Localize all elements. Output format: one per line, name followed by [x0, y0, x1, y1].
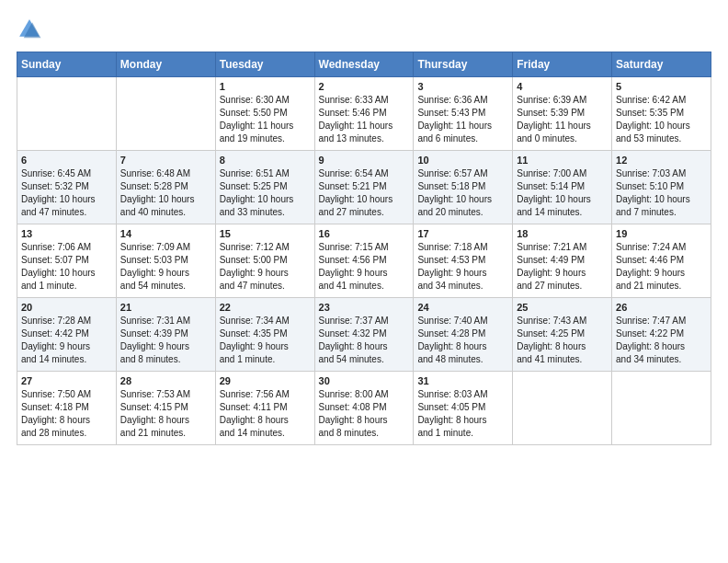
day-cell: 28Sunrise: 7:53 AMSunset: 4:15 PMDayligh… [116, 372, 215, 445]
day-info: Sunrise: 6:33 AMSunset: 5:46 PMDaylight:… [319, 94, 410, 145]
day-number: 13 [21, 228, 112, 239]
week-row-4: 20Sunrise: 7:28 AMSunset: 4:42 PMDayligh… [17, 298, 711, 372]
day-cell: 7Sunrise: 6:48 AMSunset: 5:28 PMDaylight… [116, 151, 215, 224]
day-cell: 26Sunrise: 7:47 AMSunset: 4:22 PMDayligh… [612, 298, 711, 372]
day-number: 27 [21, 375, 112, 386]
day-info: Sunrise: 7:50 AMSunset: 4:18 PMDaylight:… [21, 388, 112, 440]
day-cell: 4Sunrise: 6:39 AMSunset: 5:39 PMDaylight… [513, 77, 612, 151]
day-cell: 30Sunrise: 8:00 AMSunset: 4:08 PMDayligh… [314, 372, 414, 445]
day-info: Sunrise: 6:36 AMSunset: 5:43 PMDaylight:… [417, 94, 508, 145]
col-header-saturday: Saturday [612, 52, 711, 77]
day-cell: 5Sunrise: 6:42 AMSunset: 5:35 PMDaylight… [612, 77, 711, 151]
day-cell: 27Sunrise: 7:50 AMSunset: 4:18 PMDayligh… [17, 372, 117, 445]
day-number: 30 [319, 375, 410, 386]
day-info: Sunrise: 7:12 AMSunset: 5:00 PMDaylight:… [220, 241, 311, 293]
day-number: 16 [319, 228, 410, 239]
day-number: 25 [517, 302, 608, 313]
day-cell: 6Sunrise: 6:45 AMSunset: 5:32 PMDaylight… [17, 151, 117, 224]
day-number: 1 [220, 81, 311, 92]
day-info: Sunrise: 7:40 AMSunset: 4:28 PMDaylight:… [417, 315, 508, 366]
day-info: Sunrise: 7:15 AMSunset: 4:56 PMDaylight:… [319, 241, 410, 293]
day-number: 7 [120, 155, 211, 166]
day-number: 8 [220, 155, 311, 166]
day-number: 21 [120, 302, 211, 313]
col-header-friday: Friday [513, 52, 612, 77]
page: SundayMondayTuesdayWednesdayThursdayFrid… [0, 0, 728, 563]
day-cell: 10Sunrise: 6:57 AMSunset: 5:18 PMDayligh… [414, 151, 513, 224]
col-header-monday: Monday [116, 52, 215, 77]
day-cell: 21Sunrise: 7:31 AMSunset: 4:39 PMDayligh… [116, 298, 215, 372]
day-cell: 14Sunrise: 7:09 AMSunset: 5:03 PMDayligh… [116, 224, 215, 298]
day-cell [116, 77, 215, 151]
day-number: 4 [517, 81, 608, 92]
day-cell: 24Sunrise: 7:40 AMSunset: 4:28 PMDayligh… [414, 298, 513, 372]
day-cell: 19Sunrise: 7:24 AMSunset: 4:46 PMDayligh… [612, 224, 711, 298]
day-number: 5 [616, 81, 707, 92]
day-number: 20 [21, 302, 112, 313]
day-cell [612, 372, 711, 445]
col-header-thursday: Thursday [414, 52, 513, 77]
day-number: 22 [220, 302, 311, 313]
day-number: 24 [417, 302, 508, 313]
week-row-1: 1Sunrise: 6:30 AMSunset: 5:50 PMDaylight… [17, 77, 711, 151]
day-number: 12 [616, 155, 707, 166]
week-row-2: 6Sunrise: 6:45 AMSunset: 5:32 PMDaylight… [17, 151, 711, 224]
day-cell: 17Sunrise: 7:18 AMSunset: 4:53 PMDayligh… [414, 224, 513, 298]
week-row-3: 13Sunrise: 7:06 AMSunset: 5:07 PMDayligh… [17, 224, 711, 298]
day-number: 19 [616, 228, 707, 239]
day-info: Sunrise: 7:06 AMSunset: 5:07 PMDaylight:… [21, 241, 112, 293]
logo [17, 17, 46, 42]
day-cell: 9Sunrise: 6:54 AMSunset: 5:21 PMDaylight… [314, 151, 414, 224]
day-number: 17 [417, 228, 508, 239]
day-info: Sunrise: 7:56 AMSunset: 4:11 PMDaylight:… [220, 388, 311, 440]
day-cell: 16Sunrise: 7:15 AMSunset: 4:56 PMDayligh… [314, 224, 414, 298]
day-cell: 2Sunrise: 6:33 AMSunset: 5:46 PMDaylight… [314, 77, 414, 151]
day-number: 23 [319, 302, 410, 313]
day-number: 28 [120, 375, 211, 386]
day-number: 29 [220, 375, 311, 386]
day-cell: 3Sunrise: 6:36 AMSunset: 5:43 PMDaylight… [414, 77, 513, 151]
day-info: Sunrise: 6:54 AMSunset: 5:21 PMDaylight:… [319, 167, 410, 219]
day-number: 9 [319, 155, 410, 166]
day-cell: 1Sunrise: 6:30 AMSunset: 5:50 PMDaylight… [215, 77, 314, 151]
day-cell [513, 372, 612, 445]
day-cell: 22Sunrise: 7:34 AMSunset: 4:35 PMDayligh… [215, 298, 314, 372]
logo-icon [17, 17, 42, 42]
day-info: Sunrise: 7:03 AMSunset: 5:10 PMDaylight:… [616, 167, 707, 219]
header [17, 17, 711, 42]
day-number: 14 [120, 228, 211, 239]
day-info: Sunrise: 7:31 AMSunset: 4:39 PMDaylight:… [120, 315, 211, 366]
day-info: Sunrise: 6:45 AMSunset: 5:32 PMDaylight:… [21, 167, 112, 219]
day-cell: 13Sunrise: 7:06 AMSunset: 5:07 PMDayligh… [17, 224, 117, 298]
day-cell: 8Sunrise: 6:51 AMSunset: 5:25 PMDaylight… [215, 151, 314, 224]
week-row-5: 27Sunrise: 7:50 AMSunset: 4:18 PMDayligh… [17, 372, 711, 445]
day-info: Sunrise: 6:57 AMSunset: 5:18 PMDaylight:… [417, 167, 508, 219]
day-info: Sunrise: 7:34 AMSunset: 4:35 PMDaylight:… [220, 315, 311, 366]
day-info: Sunrise: 6:39 AMSunset: 5:39 PMDaylight:… [517, 94, 608, 145]
day-info: Sunrise: 7:18 AMSunset: 4:53 PMDaylight:… [417, 241, 508, 293]
day-info: Sunrise: 6:30 AMSunset: 5:50 PMDaylight:… [220, 94, 311, 145]
day-cell: 29Sunrise: 7:56 AMSunset: 4:11 PMDayligh… [215, 372, 314, 445]
day-cell [17, 77, 117, 151]
day-number: 26 [616, 302, 707, 313]
day-info: Sunrise: 7:09 AMSunset: 5:03 PMDaylight:… [120, 241, 211, 293]
day-cell: 31Sunrise: 8:03 AMSunset: 4:05 PMDayligh… [414, 372, 513, 445]
day-cell: 12Sunrise: 7:03 AMSunset: 5:10 PMDayligh… [612, 151, 711, 224]
day-cell: 23Sunrise: 7:37 AMSunset: 4:32 PMDayligh… [314, 298, 414, 372]
day-number: 10 [417, 155, 508, 166]
day-info: Sunrise: 6:42 AMSunset: 5:35 PMDaylight:… [616, 94, 707, 145]
day-info: Sunrise: 7:00 AMSunset: 5:14 PMDaylight:… [517, 167, 608, 219]
day-cell: 11Sunrise: 7:00 AMSunset: 5:14 PMDayligh… [513, 151, 612, 224]
day-info: Sunrise: 8:00 AMSunset: 4:08 PMDaylight:… [319, 388, 410, 440]
day-info: Sunrise: 8:03 AMSunset: 4:05 PMDaylight:… [417, 388, 508, 440]
day-number: 6 [21, 155, 112, 166]
col-header-sunday: Sunday [17, 52, 117, 77]
day-cell: 18Sunrise: 7:21 AMSunset: 4:49 PMDayligh… [513, 224, 612, 298]
header-row: SundayMondayTuesdayWednesdayThursdayFrid… [17, 52, 711, 77]
day-info: Sunrise: 7:28 AMSunset: 4:42 PMDaylight:… [21, 315, 112, 366]
day-number: 31 [417, 375, 508, 386]
day-cell: 25Sunrise: 7:43 AMSunset: 4:25 PMDayligh… [513, 298, 612, 372]
day-info: Sunrise: 7:47 AMSunset: 4:22 PMDaylight:… [616, 315, 707, 366]
day-info: Sunrise: 6:48 AMSunset: 5:28 PMDaylight:… [120, 167, 211, 219]
day-number: 18 [517, 228, 608, 239]
